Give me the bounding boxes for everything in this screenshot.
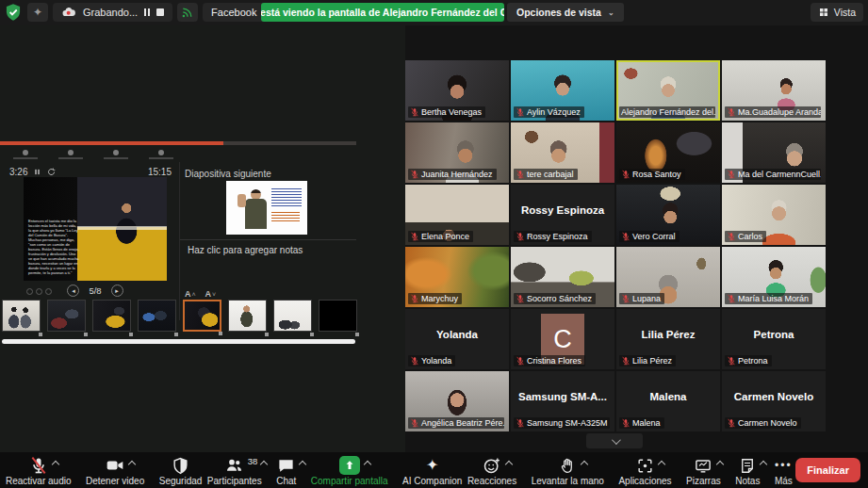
chevron-up-icon[interactable] <box>363 461 370 468</box>
participant-tile[interactable]: Vero Corral <box>616 185 720 245</box>
participant-tile[interactable]: Socorro Sánchez <box>511 247 614 307</box>
presenter-tool-icon[interactable] <box>13 150 38 159</box>
participant-name-label: Petrona <box>725 355 772 366</box>
font-larger-button[interactable]: A˄ <box>185 289 196 299</box>
participant-tile[interactable]: tere carbajal <box>511 122 614 183</box>
participant-tile[interactable]: Marychuy <box>405 247 509 307</box>
end-meeting-button[interactable]: Finalizar <box>795 458 860 482</box>
presenter-tool-icon[interactable] <box>149 150 173 159</box>
participant-tile[interactable]: Ma del CarmennCuell... <box>722 122 826 183</box>
chevron-up-icon[interactable] <box>658 461 665 468</box>
ai-companion-button[interactable]: ✦ AI Companion <box>401 454 464 486</box>
zoom-meeting-window: ✦ Grabando... Facebook ▾ Usted está vien… <box>0 0 868 488</box>
participant-tile-active-speaker[interactable]: Alejandro Fernández del... <box>616 60 720 121</box>
participants-button[interactable]: 38 Participantes <box>205 454 264 486</box>
participant-tile[interactable]: Angélica Beatriz Pére... <box>405 371 509 431</box>
chevron-up-icon[interactable] <box>299 461 306 468</box>
participant-center-name: Malena <box>616 391 720 402</box>
filmstrip-scrollbar[interactable] <box>2 339 355 344</box>
stop-recording-button[interactable] <box>156 8 164 16</box>
vista-button[interactable]: Vista <box>811 3 863 22</box>
chevron-up-icon[interactable] <box>128 461 136 468</box>
encryption-shield-icon[interactable] <box>4 3 23 22</box>
chevron-up-icon[interactable] <box>51 461 58 468</box>
participant-name-label: Carmen Novelo <box>725 417 801 429</box>
participant-tile[interactable]: Rossy Espinoza Rossy Espinoza <box>511 185 614 245</box>
pause-recording-button[interactable] <box>144 8 150 16</box>
participant-tile[interactable]: Rosa Santoy <box>616 122 720 183</box>
slide-thumbnail[interactable] <box>138 300 176 332</box>
slide-thumbnail[interactable] <box>2 300 41 332</box>
slide-thumbnail[interactable] <box>47 300 86 332</box>
mic-muted-icon <box>727 294 736 303</box>
next-slide-button[interactable]: ▸ <box>111 285 123 297</box>
reactions-button[interactable]: Reacciones <box>466 454 518 486</box>
chevron-up-icon[interactable] <box>260 461 268 468</box>
participant-tile[interactable]: Lilia Pérez Lilia Pérez <box>616 309 720 369</box>
next-slide-label: Diapositiva siguiente <box>185 169 271 179</box>
chevron-up-icon[interactable] <box>760 461 767 468</box>
whiteboards-button[interactable]: Pizarras <box>684 454 723 486</box>
participant-tile[interactable]: Carlos <box>722 185 826 245</box>
grid-view-icon <box>818 7 829 18</box>
participant-tile[interactable]: Carmen Novelo Carmen Novelo <box>722 371 826 431</box>
view-options-button[interactable]: Opciones de vista ⌄ <box>507 3 624 22</box>
apps-icon <box>636 457 654 475</box>
slide-filmstrip <box>2 300 357 332</box>
participant-tile[interactable]: Yolanda Yolanda <box>405 309 509 369</box>
apps-button[interactable]: Aplicaciones <box>616 454 673 486</box>
security-button[interactable]: Seguridad <box>157 454 205 486</box>
unmute-audio-button[interactable]: Reactivar audio <box>4 454 73 486</box>
participant-tile[interactable]: Elena Ponce <box>405 185 509 245</box>
stop-video-button[interactable]: Detener video <box>84 454 146 486</box>
participant-name-label: Marychuy <box>408 293 462 304</box>
notes-placeholder[interactable]: Haz clic para agregar notas <box>188 245 303 255</box>
participant-tile[interactable]: Ma.Guadalupe Aranda <box>722 60 826 121</box>
participant-tile[interactable]: Petrona Petrona <box>722 309 826 369</box>
slide-thumbnail-current[interactable] <box>183 300 221 332</box>
notes-button[interactable]: Notas <box>733 454 762 486</box>
mic-muted-icon <box>621 356 631 366</box>
presentation-progress-track <box>223 141 356 145</box>
font-smaller-button[interactable]: A˅ <box>205 289 217 299</box>
presenter-tool-icon[interactable] <box>58 150 83 159</box>
participant-tile[interactable]: Samsung SM-A... Samsung SM-A325M <box>511 371 614 431</box>
sparkle-icon: ✦ <box>33 6 42 19</box>
collapse-grid-button[interactable] <box>586 433 643 448</box>
recording-pill: Grabando... <box>53 3 172 22</box>
mic-muted-icon <box>621 418 631 428</box>
participant-tile[interactable]: Malena Malena <box>616 371 720 431</box>
participant-name-label: Cristina Flores <box>514 355 585 366</box>
participant-tile[interactable]: Aylin Vázquez <box>511 60 614 121</box>
top-bar: ✦ Grabando... Facebook ▾ Usted está vien… <box>0 0 868 25</box>
pause-timer-icon[interactable] <box>33 168 41 176</box>
mic-muted-icon <box>727 170 736 179</box>
more-button[interactable]: ••• Más <box>773 454 794 486</box>
chevron-up-icon[interactable] <box>505 461 513 468</box>
chevron-up-icon[interactable] <box>581 461 588 468</box>
live-stream-button[interactable] <box>177 3 198 22</box>
chevron-up-icon[interactable] <box>716 461 724 468</box>
clock: 15:15 <box>141 167 172 177</box>
slide-thumbnail[interactable] <box>319 300 357 332</box>
restart-timer-icon[interactable] <box>47 168 56 176</box>
participant-tile[interactable]: C Cristina Flores <box>511 309 614 369</box>
participant-center-name: Yolanda <box>405 329 509 340</box>
participant-name-label: Lilia Pérez <box>619 355 676 366</box>
share-screen-button[interactable]: Compartir pantalla <box>309 454 390 486</box>
chat-button[interactable]: Chat <box>274 454 298 486</box>
participant-tile[interactable]: Lupana <box>616 247 720 307</box>
view-options-label: Opciones de vista <box>516 7 601 18</box>
raise-hand-button[interactable]: Levantar la mano <box>530 454 606 486</box>
participant-tile[interactable]: Juanita Hernández <box>405 122 509 183</box>
slide-thumbnail[interactable] <box>273 300 312 332</box>
recording-label: Grabando... <box>83 7 138 18</box>
previous-slide-button[interactable]: ◂ <box>67 285 79 297</box>
participant-tile[interactable]: Bertha Venegas <box>405 60 509 121</box>
panel-divider <box>179 162 180 320</box>
presenter-tool-icon[interactable] <box>104 150 128 159</box>
slide-thumbnail[interactable] <box>228 300 267 332</box>
ai-companion-topbar-button[interactable]: ✦ <box>27 3 48 22</box>
slide-thumbnail[interactable] <box>92 300 131 332</box>
participant-tile[interactable]: María Luisa Morán <box>722 247 826 307</box>
